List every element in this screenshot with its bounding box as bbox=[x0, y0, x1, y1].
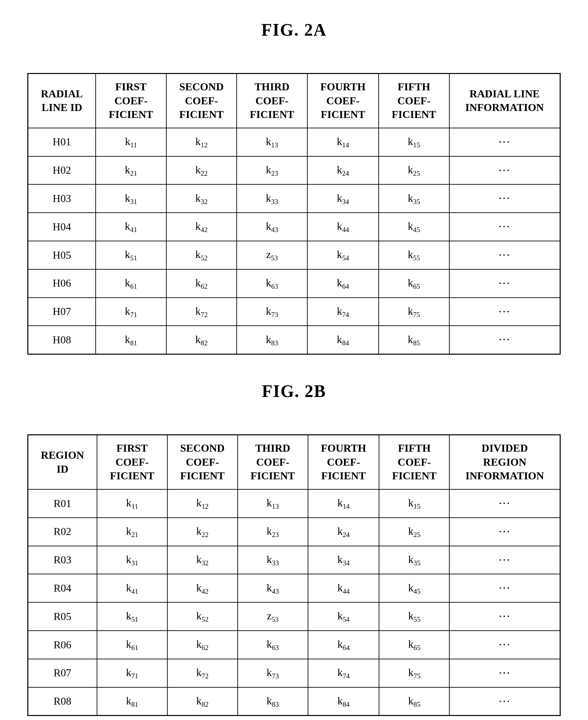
cell-coef-3: k13 bbox=[238, 489, 308, 518]
cell-coef-3: k83 bbox=[237, 326, 307, 354]
fig2a-col-header-3: THIRDCOEF-FICIENT bbox=[237, 74, 307, 128]
cell-coef-1: k51 bbox=[96, 241, 166, 269]
cell-info: ··· bbox=[449, 213, 560, 241]
cell-coef-3: k83 bbox=[238, 687, 308, 716]
cell-coef-5: k85 bbox=[379, 687, 449, 716]
cell-info: ··· bbox=[449, 659, 560, 687]
cell-info: ··· bbox=[449, 631, 560, 659]
cell-coef-1: k81 bbox=[96, 326, 166, 354]
cell-coef-5: k85 bbox=[379, 326, 449, 354]
fig2a-col-header-6: RADIAL LINEINFORMATION bbox=[449, 74, 560, 128]
cell-coef-2: k22 bbox=[167, 518, 238, 546]
fig2a-title: FIG. 2A bbox=[27, 20, 561, 40]
cell-info: ··· bbox=[449, 241, 560, 269]
table-row: R07k71k72k73k74k75··· bbox=[28, 659, 560, 687]
cell-id: H02 bbox=[28, 156, 96, 185]
table-row: R01k11k12k13k14k15··· bbox=[28, 489, 560, 518]
cell-coef-3: z53 bbox=[238, 602, 308, 631]
cell-coef-2: k12 bbox=[167, 489, 238, 518]
cell-id: H01 bbox=[28, 128, 96, 156]
cell-coef-1: k81 bbox=[97, 687, 167, 716]
cell-coef-5: k15 bbox=[379, 489, 449, 518]
fig2b-col-header-1: FIRSTCOEF-FICIENT bbox=[97, 435, 167, 489]
fig2b-col-header-3: THIRDCOEF-FICIENT bbox=[238, 435, 308, 489]
cell-coef-2: k52 bbox=[166, 241, 237, 269]
cell-id: R08 bbox=[28, 687, 97, 716]
cell-info: ··· bbox=[449, 269, 560, 298]
cell-info: ··· bbox=[449, 298, 560, 326]
fig2b-col-header-4: FOURTHCOEF-FICIENT bbox=[308, 435, 379, 489]
table-row: R05k51k52z53k54k55··· bbox=[28, 602, 560, 631]
fig2a-col-header-5: FIFTHCOEF-FICIENT bbox=[379, 74, 449, 128]
cell-id: R06 bbox=[28, 631, 97, 659]
cell-info: ··· bbox=[449, 574, 560, 602]
cell-coef-3: k73 bbox=[238, 659, 308, 687]
cell-coef-4: k84 bbox=[307, 326, 379, 354]
cell-coef-1: k61 bbox=[96, 269, 166, 298]
cell-coef-4: k54 bbox=[307, 241, 379, 269]
cell-info: ··· bbox=[449, 546, 560, 574]
cell-info: ··· bbox=[449, 489, 560, 518]
fig2b-col-header-2: SECONDCOEF-FICIENT bbox=[167, 435, 238, 489]
cell-coef-1: k71 bbox=[97, 659, 167, 687]
cell-coef-5: k65 bbox=[379, 269, 449, 298]
cell-id: R04 bbox=[28, 574, 97, 602]
cell-coef-4: k64 bbox=[308, 631, 379, 659]
cell-id: H06 bbox=[28, 269, 96, 298]
cell-id: R03 bbox=[28, 546, 97, 574]
cell-coef-5: k65 bbox=[379, 631, 449, 659]
cell-coef-4: k14 bbox=[308, 489, 379, 518]
cell-coef-3: k33 bbox=[237, 184, 307, 213]
cell-coef-1: k11 bbox=[96, 128, 166, 156]
cell-coef-2: k52 bbox=[167, 602, 238, 631]
cell-coef-2: k72 bbox=[167, 659, 238, 687]
cell-coef-5: k45 bbox=[379, 574, 449, 602]
cell-coef-5: k75 bbox=[379, 298, 449, 326]
fig2a-col-header-4: FOURTHCOEF-FICIENT bbox=[307, 74, 379, 128]
cell-coef-2: k42 bbox=[167, 574, 238, 602]
cell-coef-3: k13 bbox=[237, 128, 307, 156]
cell-id: R05 bbox=[28, 602, 97, 631]
cell-coef-3: k33 bbox=[238, 546, 308, 574]
table-row: H01k11k12k13k14k15··· bbox=[28, 128, 560, 156]
cell-coef-4: k54 bbox=[308, 602, 379, 631]
cell-coef-5: k35 bbox=[379, 546, 449, 574]
fig2a-col-header-0: RADIALLINE ID bbox=[28, 74, 96, 128]
cell-coef-4: k24 bbox=[308, 518, 379, 546]
cell-coef-5: k25 bbox=[379, 518, 449, 546]
fig2a-header-row: RADIALLINE ID FIRSTCOEF-FICIENT SECONDCO… bbox=[28, 74, 560, 128]
cell-coef-4: k14 bbox=[307, 128, 379, 156]
cell-info: ··· bbox=[449, 156, 560, 185]
cell-id: H07 bbox=[28, 298, 96, 326]
cell-id: R01 bbox=[28, 489, 97, 518]
fig2b-title: FIG. 2B bbox=[27, 381, 561, 401]
cell-info: ··· bbox=[449, 128, 560, 156]
table-row: H02k21k22k23k24k25··· bbox=[28, 156, 560, 185]
cell-coef-1: k61 bbox=[97, 631, 167, 659]
fig2b-col-header-5: FIFTHCOEF-FICIENT bbox=[379, 435, 449, 489]
cell-coef-1: k71 bbox=[96, 298, 166, 326]
table-row: R02k21k22k23k24k25··· bbox=[28, 518, 560, 546]
fig2b-table-wrapper: REGIONID FIRSTCOEF-FICIENT SECONDCOEF-FI… bbox=[27, 434, 561, 716]
table-row: R08k81k82k83k84k85··· bbox=[28, 687, 560, 716]
cell-coef-4: k84 bbox=[308, 687, 379, 716]
cell-coef-4: k34 bbox=[308, 546, 379, 574]
table-row: R04k41k42k43k44k45··· bbox=[28, 574, 560, 602]
table-row: H04k41k42k43k44k45··· bbox=[28, 213, 560, 241]
cell-info: ··· bbox=[449, 687, 560, 716]
cell-coef-2: k12 bbox=[166, 128, 237, 156]
cell-coef-1: k51 bbox=[97, 602, 167, 631]
cell-id: H08 bbox=[28, 326, 96, 354]
cell-coef-4: k34 bbox=[307, 184, 379, 213]
cell-coef-5: k25 bbox=[379, 156, 449, 185]
cell-coef-4: k44 bbox=[307, 213, 379, 241]
table-row: R06k61k62k63k64k65··· bbox=[28, 631, 560, 659]
cell-coef-1: k11 bbox=[97, 489, 167, 518]
cell-info: ··· bbox=[449, 184, 560, 213]
cell-info: ··· bbox=[449, 602, 560, 631]
cell-coef-2: k22 bbox=[166, 156, 237, 185]
cell-coef-3: k23 bbox=[237, 156, 307, 185]
cell-info: ··· bbox=[449, 518, 560, 546]
table-row: H06k61k62k63k64k65··· bbox=[28, 269, 560, 298]
cell-coef-2: k32 bbox=[166, 184, 237, 213]
